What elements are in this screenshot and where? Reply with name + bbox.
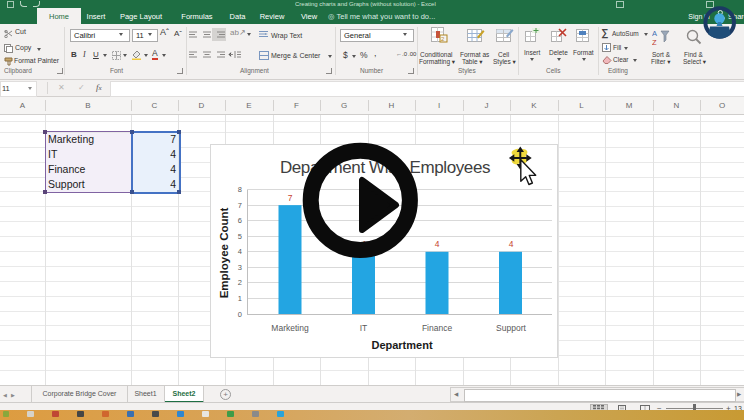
svg-text:Employee Count: Employee Count [218, 207, 230, 298]
svg-text:Z: Z [652, 38, 657, 47]
svg-text:1: 1 [238, 294, 242, 303]
svg-text:2: 2 [238, 278, 242, 287]
svg-text:7: 7 [288, 193, 293, 203]
svg-text:0: 0 [238, 310, 242, 319]
svg-text:4: 4 [238, 247, 242, 256]
svg-text:Marketing: Marketing [271, 323, 309, 333]
svg-text:Support: Support [496, 323, 526, 333]
svg-text:6: 6 [238, 216, 242, 225]
svg-text:5: 5 [238, 232, 242, 241]
svg-text:Finance: Finance [422, 323, 453, 333]
svg-text:3: 3 [238, 263, 242, 272]
svg-text:4: 4 [435, 239, 440, 249]
svg-text:7: 7 [238, 201, 242, 210]
svg-text:Department: Department [371, 339, 432, 351]
svg-text:IT: IT [360, 323, 368, 333]
svg-text:8: 8 [238, 185, 242, 194]
svg-text:4: 4 [509, 239, 514, 249]
